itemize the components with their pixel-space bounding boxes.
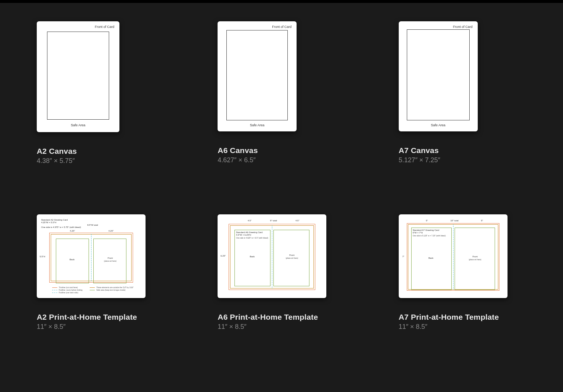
front-sublabel: (place art here)	[94, 260, 126, 262]
legend-item: Foldline (use back side)	[59, 291, 78, 294]
safe-area-label: Safe Area	[218, 123, 297, 127]
safe-area-label: Safe Area	[37, 123, 119, 127]
template-a2-print[interactable]: Standard A2 Greeting Card 4.25"W × 5.5"H…	[37, 214, 164, 331]
sheet-layout: 4.5" 9" total 4.5" 6.25" Standard A6 Gre…	[222, 219, 322, 294]
legend: Trimline (cut card here) Foldline: score…	[52, 286, 141, 294]
dim-height: 7"	[402, 255, 404, 258]
thumbnail: Front of Card Safe Area	[37, 21, 119, 132]
template-dimensions: 4.627″ × 6.5″	[218, 156, 345, 164]
sheet-layout: 5" 10" total 5" 7" Standard A7 Greeting …	[403, 219, 503, 294]
template-title: A6 Canvas	[218, 146, 345, 155]
dim-left-panel: 4.25"	[61, 230, 83, 232]
fold-line	[453, 224, 453, 290]
front-of-card-label: Front of Card	[95, 25, 114, 29]
front-label: Front	[94, 257, 126, 259]
thumbnail: 5" 10" total 5" 7" Standard A7 Greeting …	[399, 214, 508, 298]
legend-item: Safe area (keep text & logos inside)	[96, 289, 125, 291]
sheet-layout: Standard A2 Greeting Card 4.25"W × 5.5"H…	[41, 219, 141, 294]
safe-area-box	[226, 30, 288, 120]
template-dimensions: 11″ × 8.5″	[37, 323, 164, 331]
front-of-card-label: Front of Card	[272, 25, 291, 29]
template-title: A2 Canvas	[37, 147, 164, 156]
front-label: Front	[455, 255, 495, 258]
dim-left-panel: 4.5"	[240, 219, 259, 222]
template-a2-canvas[interactable]: Front of Card Safe Area A2 Canvas 4.38″ …	[37, 21, 164, 165]
dim-total-width: 10" total	[445, 219, 464, 222]
template-title: A6 Print-at-Home Template	[218, 313, 345, 322]
template-title: A2 Print-at-Home Template	[37, 313, 164, 322]
template-a7-canvas[interactable]: Front of Card Safe Area A7 Canvas 5.127″…	[399, 21, 526, 165]
thumbnail: Front of Card Safe Area	[399, 21, 478, 131]
back-label: Back	[56, 258, 88, 261]
dim-total-width: 8.5"W total	[82, 224, 104, 226]
template-title: A7 Print-at-Home Template	[399, 313, 526, 322]
front-sublabel: (place art here)	[274, 257, 309, 259]
dim-right-panel: 4.25"	[100, 230, 122, 232]
dim-total-width: 9" total	[264, 219, 283, 222]
dim-height: 6.25"	[220, 255, 226, 257]
window-title-bar	[0, 0, 563, 3]
template-a6-print[interactable]: 4.5" 9" total 4.5" 6.25" Standard A6 Gre…	[218, 214, 345, 331]
template-dimensions: 5.127″ × 7.25″	[399, 156, 526, 164]
template-title: A7 Canvas	[399, 146, 526, 155]
template-dimensions: 11″ × 8.5″	[218, 323, 345, 331]
back-label: Back	[411, 257, 451, 259]
safe-area-box	[47, 32, 109, 120]
dim-height: 5.5"H	[40, 255, 45, 258]
legend-item: These elements are outside the CUT by 1/…	[96, 286, 133, 288]
dim-right-panel: 5"	[473, 219, 491, 222]
thumbnail: 4.5" 9" total 4.5" 6.25" Standard A6 Gre…	[218, 214, 326, 298]
thumbnail: Standard A2 Greeting Card 4.25"W × 5.5"H…	[37, 214, 146, 298]
dim-left-panel: 5"	[418, 219, 436, 222]
template-dimensions: 11″ × 8.5″	[399, 323, 526, 331]
front-label: Front	[274, 254, 309, 257]
legend-item: Foldline: score before folding	[59, 289, 82, 291]
card-spec-bleed: One side is 4.375" w × 5.75" (with bleed…	[41, 226, 81, 229]
dim-right-panel: 4.5"	[288, 219, 306, 222]
card-spec-bleed: One side is 5.125" w × 7.25" (with bleed…	[413, 235, 446, 237]
back-label: Back	[234, 255, 270, 258]
template-dimensions: 4.38″ × 5.75″	[37, 157, 164, 165]
template-a6-canvas[interactable]: Front of Card Safe Area A6 Canvas 4.627″…	[218, 21, 345, 165]
template-a7-print[interactable]: 5" 10" total 5" 7" Standard A7 Greeting …	[399, 214, 526, 331]
card-spec-bleed: One side is 4.625" w × 6.5" (with bleed)	[236, 237, 268, 239]
fold-line	[91, 234, 92, 281]
thumbnail: Front of Card Safe Area	[218, 21, 297, 131]
legend-item: Trimline (cut card here)	[59, 286, 78, 288]
card-spec-size: 4.5"W × 6.25"H	[236, 234, 251, 236]
card-spec-size: 5"W × 7"H	[413, 232, 423, 234]
front-sublabel: (place art here)	[455, 258, 495, 261]
card-spec-size: 4.25"W × 5.5"H	[41, 221, 56, 224]
front-of-card-label: Front of Card	[453, 25, 473, 29]
template-grid: Front of Card Safe Area A2 Canvas 4.38″ …	[0, 3, 563, 331]
fold-line	[272, 225, 272, 288]
safe-area-label: Safe Area	[399, 123, 478, 127]
safe-area-box	[407, 29, 470, 120]
